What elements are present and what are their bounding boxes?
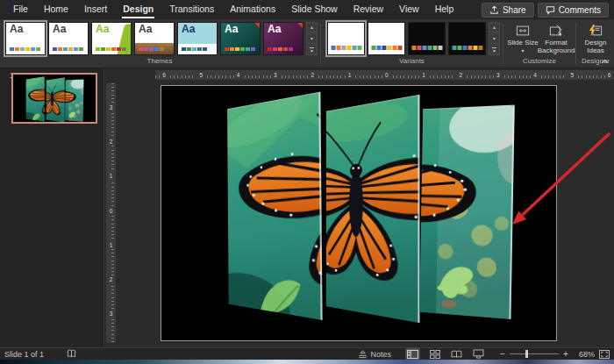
fit-slide-to-window-button[interactable] bbox=[599, 350, 610, 359]
collapse-ribbon-button[interactable] bbox=[601, 59, 609, 64]
menu-tab-transitions[interactable]: Transitions bbox=[161, 0, 222, 19]
zoom-slider[interactable] bbox=[510, 348, 559, 360]
swatch bbox=[240, 47, 245, 51]
swatch bbox=[79, 47, 83, 51]
menu-tab-design[interactable]: Design bbox=[115, 0, 161, 19]
zoom-level: 68% bbox=[574, 350, 595, 359]
menu-tab-review[interactable]: Review bbox=[346, 0, 391, 19]
share-button[interactable]: Share bbox=[482, 3, 534, 18]
menu-tab-view[interactable]: View bbox=[391, 0, 427, 19]
theme-thumb-2[interactable]: Aa bbox=[48, 22, 89, 55]
ruler-number: 3 bbox=[107, 310, 115, 318]
variant-thumb-4[interactable] bbox=[448, 22, 486, 55]
share-icon bbox=[489, 5, 499, 15]
notes-label: Notes bbox=[370, 350, 391, 359]
menu-tab-home[interactable]: Home bbox=[36, 0, 76, 19]
swatch bbox=[182, 47, 186, 51]
menu-tab-insert[interactable]: Insert bbox=[76, 0, 115, 19]
thumbnail-photo-panel bbox=[26, 76, 45, 121]
format-background-button[interactable]: Format Background bbox=[540, 22, 572, 54]
reading-view-button[interactable] bbox=[449, 348, 464, 360]
ruler-number: 5 bbox=[568, 71, 576, 79]
ruler-number: 1 bbox=[346, 71, 354, 79]
themes-group-label: Themes bbox=[2, 55, 318, 68]
menu-tab-file[interactable]: File bbox=[5, 0, 36, 19]
view-buttons bbox=[405, 348, 486, 360]
variant-thumb-2[interactable] bbox=[368, 22, 405, 55]
theme-thumb-3[interactable]: Aa bbox=[91, 22, 132, 55]
theme-aa-sample: Aa bbox=[10, 24, 23, 35]
swatch bbox=[473, 46, 477, 50]
slide-thumbnail[interactable] bbox=[11, 73, 97, 124]
swatch bbox=[53, 47, 57, 51]
notes-icon bbox=[358, 350, 368, 359]
themes-scroll-down-button[interactable]: ▼ bbox=[306, 33, 318, 44]
vertical-ruler: 3210123 bbox=[106, 83, 116, 343]
swatch bbox=[139, 47, 143, 51]
comments-icon bbox=[546, 5, 555, 15]
accessibility-icon[interactable] bbox=[67, 349, 76, 359]
format-background-label: Format Background bbox=[538, 39, 575, 54]
swatch bbox=[392, 46, 396, 50]
swatch bbox=[346, 46, 351, 50]
ruler-number: 4 bbox=[234, 71, 243, 79]
ribbon-divider bbox=[575, 23, 576, 64]
theme-swatches bbox=[268, 47, 293, 51]
ruler-number: 1 bbox=[419, 71, 428, 79]
ruler-number: 2 bbox=[308, 71, 317, 79]
notes-button[interactable]: Notes bbox=[358, 350, 391, 359]
swatch bbox=[10, 47, 14, 51]
theme-swatches bbox=[225, 47, 255, 51]
zoom-in-button[interactable]: + bbox=[561, 349, 570, 359]
swatch bbox=[122, 47, 126, 51]
comments-label: Comments bbox=[559, 5, 601, 15]
swatch bbox=[283, 47, 288, 51]
slide-size-button[interactable]: Slide Size ▾ bbox=[507, 22, 539, 55]
normal-view-button[interactable] bbox=[405, 348, 420, 360]
photo-panel-middle[interactable] bbox=[326, 95, 420, 323]
zoom-slider-track bbox=[510, 353, 559, 354]
variant-swatches bbox=[411, 46, 442, 50]
slide-canvas[interactable] bbox=[161, 85, 557, 341]
theme-thumb-5[interactable]: Aa bbox=[177, 22, 218, 55]
swatch bbox=[432, 46, 437, 50]
zoom-out-button[interactable]: − bbox=[498, 349, 507, 359]
menu-tab-slide-show[interactable]: Slide Show bbox=[283, 0, 346, 19]
slide-show-view-button[interactable] bbox=[471, 348, 486, 360]
design-ideas-button[interactable]: Design Ideas bbox=[580, 22, 611, 54]
slide-indicator: Slide 1 of 1 bbox=[4, 350, 44, 359]
menu-tab-animations[interactable]: Animations bbox=[222, 0, 283, 19]
swatch bbox=[397, 46, 402, 50]
theme-thumb-4[interactable]: Aa bbox=[134, 22, 175, 55]
variants-more-button[interactable]: ▼ bbox=[489, 45, 500, 55]
photo-panel-left[interactable] bbox=[227, 91, 323, 319]
theme-swatches bbox=[10, 47, 40, 51]
themes-scroll-up-button[interactable]: ▲ bbox=[306, 22, 318, 32]
slide-sorter-view-button[interactable] bbox=[427, 348, 442, 360]
swatch bbox=[192, 47, 196, 51]
themes-more-button[interactable]: ▼ bbox=[306, 45, 318, 55]
swatch bbox=[331, 46, 335, 50]
comments-button[interactable]: Comments bbox=[538, 3, 609, 18]
content-area: 1 6543210123456 3210123 bbox=[0, 68, 614, 347]
zoom-slider-thumb[interactable] bbox=[525, 350, 528, 358]
ruler-number: 1 bbox=[107, 172, 115, 180]
theme-thumb-1[interactable]: Aa bbox=[5, 22, 46, 55]
swatch bbox=[278, 47, 282, 51]
ruler-number: 3 bbox=[494, 71, 503, 79]
swatch bbox=[457, 46, 461, 50]
variants-scroll-up-button[interactable]: ▲ bbox=[489, 22, 500, 32]
swatch bbox=[203, 47, 207, 51]
variant-thumb-1[interactable] bbox=[327, 22, 365, 55]
variants-scroll-down-button[interactable]: ▼ bbox=[489, 33, 500, 44]
pinned-marker-icon bbox=[254, 23, 260, 28]
theme-thumb-6[interactable]: Aa bbox=[220, 22, 261, 55]
theme-thumb-7[interactable]: Aa bbox=[263, 22, 303, 55]
swatch bbox=[438, 46, 442, 50]
variant-thumb-3[interactable] bbox=[408, 22, 446, 55]
photo-panel-right[interactable] bbox=[419, 105, 515, 320]
ruler-number: 4 bbox=[531, 71, 539, 79]
theme-aa-sample: Aa bbox=[96, 24, 109, 35]
powerpoint-window: FileHomeInsertDesignTransitionsAnimation… bbox=[0, 0, 614, 364]
menu-tab-help[interactable]: Help bbox=[427, 0, 462, 19]
